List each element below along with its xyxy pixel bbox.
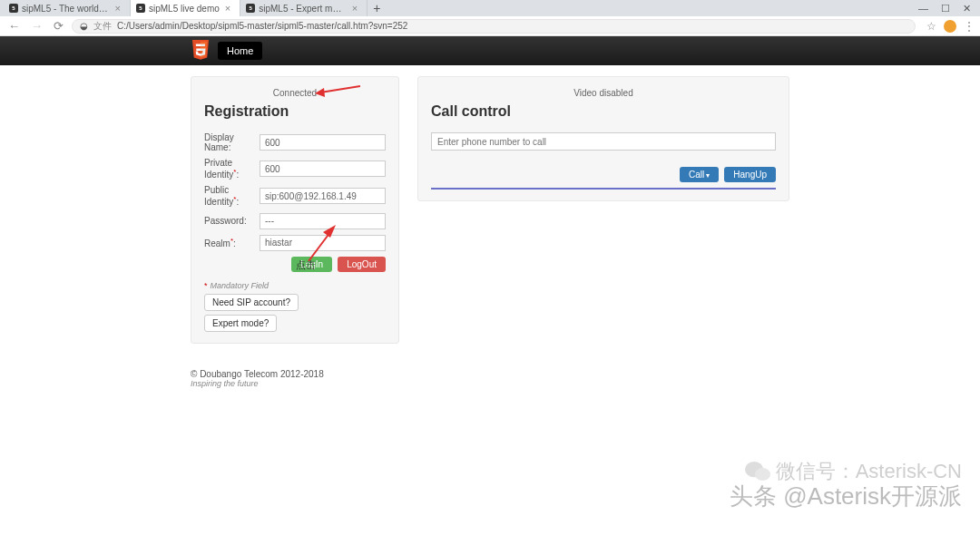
- private-identity-input[interactable]: [260, 160, 386, 177]
- back-button[interactable]: ←: [5, 19, 23, 33]
- phone-number-input[interactable]: [431, 132, 776, 151]
- maximize-button[interactable]: ☐: [941, 3, 950, 15]
- footer: © Doubango Telecom 2012-2018 Inspiring t…: [0, 344, 980, 388]
- close-icon[interactable]: ×: [225, 3, 230, 14]
- close-icon[interactable]: ×: [115, 3, 121, 14]
- public-identity-label: Public Identity*:: [204, 185, 260, 207]
- browser-tab-2[interactable]: 5 sipML5 - Expert mode ×: [240, 0, 368, 16]
- url-text: C:/Users/admin/Desktop/sipml5-master/sip…: [117, 21, 407, 31]
- menu-icon[interactable]: ⋮: [964, 20, 975, 33]
- chevron-down-icon: ▾: [706, 171, 710, 180]
- annotation-arrow-icon: [303, 225, 336, 261]
- forward-button[interactable]: →: [28, 19, 45, 33]
- favicon-icon: 5: [136, 4, 145, 13]
- annotation-click-label: 点击: [296, 258, 316, 272]
- password-label: Password:: [204, 216, 260, 226]
- display-name-input[interactable]: [260, 134, 386, 151]
- html5-logo-icon: [191, 40, 211, 62]
- reload-button[interactable]: ⟳: [51, 19, 66, 33]
- tab-title: sipML5 - The world's first ope: [22, 4, 110, 14]
- video-status: Video disabled: [431, 88, 776, 98]
- browser-tab-0[interactable]: 5 sipML5 - The world's first ope ×: [4, 0, 131, 16]
- registration-title: Registration: [204, 103, 386, 120]
- copyright: © Doubango Telecom 2012-2018: [191, 369, 789, 379]
- call-control-panel: Video disabled Call control Call▾ HangUp: [417, 76, 789, 201]
- realm-label: Realm*:: [204, 237, 260, 248]
- browser-tab-1[interactable]: 5 sipML5 live demo ×: [131, 0, 240, 16]
- browser-tab-bar: 5 sipML5 - The world's first ope × 5 sip…: [0, 0, 980, 16]
- need-sip-button[interactable]: Need SIP account?: [204, 294, 299, 311]
- tab-title: sipML5 - Expert mode: [259, 4, 347, 14]
- url-prefix: 文件: [93, 20, 112, 33]
- private-identity-label: Private Identity*:: [204, 158, 260, 180]
- mandatory-hint: *Mandatory Field: [204, 281, 386, 290]
- url-input[interactable]: ◒ 文件 C:/Users/admin/Desktop/sipml5-maste…: [72, 19, 916, 34]
- svg-marker-3: [323, 225, 336, 238]
- profile-avatar[interactable]: [944, 20, 956, 33]
- slogan: Inspiring the future: [191, 379, 789, 388]
- wechat-icon: [745, 461, 770, 482]
- logout-button[interactable]: LogOut: [338, 257, 386, 272]
- tab-title: sipML5 live demo: [149, 4, 220, 14]
- address-bar: ← → ⟳ ◒ 文件 C:/Users/admin/Desktop/sipml5…: [0, 16, 980, 36]
- top-navbar: Home: [0, 36, 980, 65]
- annotation-arrow-icon: [315, 83, 360, 100]
- svg-marker-1: [315, 88, 325, 97]
- close-window-button[interactable]: ✕: [963, 3, 971, 15]
- favicon-icon: 5: [246, 4, 255, 13]
- svg-point-5: [755, 468, 770, 481]
- svg-line-2: [309, 232, 330, 261]
- minimize-button[interactable]: —: [918, 3, 928, 15]
- call-button[interactable]: Call▾: [680, 167, 719, 182]
- favicon-icon: 5: [9, 4, 18, 13]
- svg-line-0: [320, 86, 360, 92]
- close-icon[interactable]: ×: [352, 3, 358, 14]
- expert-mode-button[interactable]: Expert mode?: [204, 315, 277, 332]
- watermark-toutiao: 头条 @Asterisk开源派: [730, 481, 962, 512]
- home-nav-link[interactable]: Home: [218, 42, 262, 60]
- public-identity-input[interactable]: [260, 188, 386, 204]
- registration-panel: Connected Registration Display Name: Pri…: [191, 76, 399, 344]
- star-icon[interactable]: ☆: [926, 20, 936, 33]
- file-icon: ◒: [80, 21, 88, 31]
- call-control-title: Call control: [431, 103, 776, 120]
- hangup-button[interactable]: HangUp: [724, 167, 776, 182]
- new-tab-button[interactable]: +: [368, 1, 386, 15]
- display-name-label: Display Name:: [204, 132, 260, 152]
